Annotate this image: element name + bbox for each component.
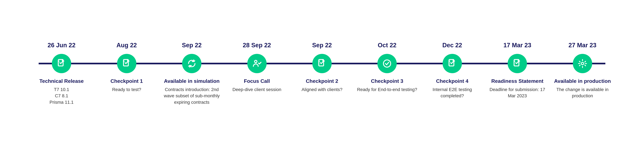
milestone-circle-8: [573, 54, 592, 73]
svg-point-7: [581, 62, 584, 65]
milestone-circle-3: [247, 54, 266, 73]
milestone-circle-5: [378, 54, 397, 73]
milestone-desc-4: Aligned with clients?: [291, 86, 353, 93]
circle-wrapper-1: [94, 54, 159, 73]
milestone-title-6: Checkpoint 4: [421, 78, 483, 84]
milestone-desc-5: Ready for End-to-end testing?: [356, 86, 418, 93]
svg-point-2: [254, 60, 257, 63]
date-5: Oct 22: [354, 42, 420, 49]
date-8: 27 Mar 23: [550, 42, 615, 49]
label-item-4: Checkpoint 2Aligned with clients?: [290, 78, 354, 105]
label-item-0: Technical ReleaseT7 10.1 C7 8.1 Prisma 1…: [29, 78, 94, 105]
milestone-desc-2: Contracts introduction: 2nd wave subset …: [161, 86, 223, 105]
label-item-6: Checkpoint 4Internal E2E testing complet…: [420, 78, 485, 105]
date-6: Dec 22: [420, 42, 485, 49]
label-item-8: Available in productionThe change is ava…: [550, 78, 615, 105]
date-3: 28 Sep 22: [224, 42, 289, 49]
circle-wrapper-2: [159, 54, 224, 73]
milestone-title-2: Available in simulation: [161, 78, 223, 84]
label-item-2: Available in simulationContracts introdu…: [159, 78, 224, 105]
circle-wrapper-5: [354, 54, 420, 73]
milestone-title-1: Checkpoint 1: [96, 78, 158, 84]
dates-row: 26 Jun 22Aug 22Sep 2228 Sep 22Sep 22Oct …: [29, 42, 615, 49]
date-7: 17 Mar 23: [485, 42, 550, 49]
milestone-desc-0: T7 10.1 C7 8.1 Prisma 11.1: [30, 86, 92, 105]
milestone-title-4: Checkpoint 2: [291, 78, 353, 84]
milestone-desc-6: Internal E2E testing completed?: [421, 86, 483, 99]
circles-row: [29, 54, 615, 73]
date-2: Sep 22: [159, 42, 224, 49]
label-item-5: Checkpoint 3Ready for End-to-end testing…: [354, 78, 420, 105]
circle-wrapper-4: [290, 54, 354, 73]
date-1: Aug 22: [94, 42, 159, 49]
milestone-desc-1: Ready to test?: [96, 86, 158, 93]
milestone-desc-8: The change is available in production: [552, 86, 614, 99]
milestone-circle-2: [182, 54, 202, 73]
milestone-title-7: Readiness Statement: [486, 78, 548, 84]
milestone-circle-0: [52, 54, 71, 73]
milestone-title-3: Focus Call: [226, 78, 288, 84]
milestone-desc-3: Deep-dive client session: [226, 86, 288, 93]
label-item-1: Checkpoint 1Ready to test?: [94, 78, 159, 105]
circle-wrapper-8: [550, 54, 615, 73]
circle-wrapper-7: [485, 54, 550, 73]
date-4: Sep 22: [290, 42, 354, 49]
milestone-title-8: Available in production: [552, 78, 614, 84]
circle-wrapper-0: [29, 54, 94, 73]
timeline-container: 26 Jun 22Aug 22Sep 2228 Sep 22Sep 22Oct …: [16, 35, 628, 112]
labels-row: Technical ReleaseT7 10.1 C7 8.1 Prisma 1…: [29, 78, 615, 105]
circle-wrapper-3: [224, 54, 289, 73]
milestone-title-5: Checkpoint 3: [356, 78, 418, 84]
milestone-desc-7: Deadline for submission: 17 Mar 2023: [486, 86, 548, 99]
date-0: 26 Jun 22: [29, 42, 94, 49]
label-item-3: Focus CallDeep-dive client session: [224, 78, 289, 105]
circle-wrapper-6: [420, 54, 485, 73]
milestone-circle-4: [312, 54, 332, 73]
svg-point-4: [384, 60, 391, 67]
milestone-circle-7: [508, 54, 527, 73]
milestone-circle-1: [117, 54, 136, 73]
milestone-title-0: Technical Release: [30, 78, 92, 84]
milestone-circle-6: [442, 54, 462, 73]
label-item-7: Readiness StatementDeadline for submissi…: [485, 78, 550, 105]
